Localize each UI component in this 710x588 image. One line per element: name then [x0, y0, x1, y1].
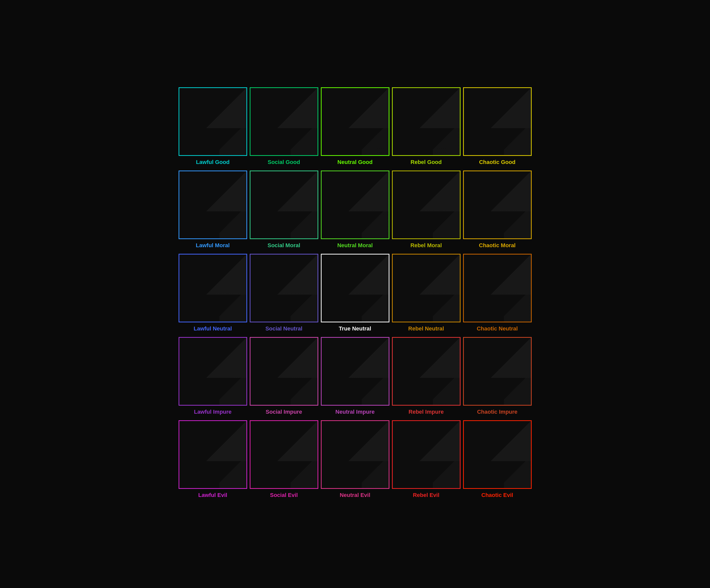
alignment-grid: Lawful GoodSocial GoodNeutral GoodRebel … [179, 87, 532, 501]
label-social-good: Social Good [268, 158, 300, 168]
label-social-evil: Social Evil [270, 491, 298, 501]
label-lawful-good: Lawful Good [196, 158, 230, 168]
label-neutral-good: Neutral Good [337, 158, 373, 168]
label-neutral-impure: Neutral Impure [335, 408, 375, 418]
label-social-moral: Social Moral [268, 241, 300, 251]
label-neutral-evil: Neutral Evil [340, 491, 370, 501]
label-lawful-evil: Lawful Evil [198, 491, 227, 501]
box-neutral-moral [321, 170, 389, 239]
box-social-moral [250, 170, 318, 239]
box-true-neutral [321, 254, 389, 322]
cell-social-neutral: Social Neutral [250, 254, 318, 334]
cell-lawful-moral: Lawful Moral [179, 170, 247, 251]
label-chaotic-impure: Chaotic Impure [477, 408, 517, 418]
box-lawful-neutral [179, 254, 247, 322]
box-chaotic-evil [463, 420, 532, 489]
box-rebel-impure [392, 337, 460, 406]
cell-social-impure: Social Impure [250, 337, 318, 418]
label-chaotic-good: Chaotic Good [479, 158, 515, 168]
label-social-impure: Social Impure [266, 408, 302, 418]
box-chaotic-moral [463, 170, 532, 239]
box-social-neutral [250, 254, 318, 322]
box-chaotic-impure [463, 337, 532, 406]
cell-rebel-neutral: Rebel Neutral [392, 254, 460, 334]
box-neutral-evil [321, 420, 389, 489]
label-chaotic-neutral: Chaotic Neutral [477, 324, 518, 334]
box-social-evil [250, 420, 318, 489]
box-neutral-good [321, 87, 389, 156]
box-lawful-good [179, 87, 247, 156]
box-social-good [250, 87, 318, 156]
cell-true-neutral: True Neutral [321, 254, 389, 334]
box-rebel-evil [392, 420, 460, 489]
label-rebel-neutral: Rebel Neutral [408, 324, 444, 334]
box-rebel-good [392, 87, 460, 156]
label-chaotic-moral: Chaotic Moral [479, 241, 516, 251]
cell-chaotic-good: Chaotic Good [463, 87, 532, 168]
cell-rebel-evil: Rebel Evil [392, 420, 460, 501]
label-lawful-neutral: Lawful Neutral [194, 324, 232, 334]
cell-lawful-good: Lawful Good [179, 87, 247, 168]
box-lawful-impure [179, 337, 247, 406]
label-neutral-moral: Neutral Moral [337, 241, 373, 251]
box-rebel-moral [392, 170, 460, 239]
cell-lawful-neutral: Lawful Neutral [179, 254, 247, 334]
cell-lawful-evil: Lawful Evil [179, 420, 247, 501]
label-true-neutral: True Neutral [339, 324, 371, 334]
box-lawful-evil [179, 420, 247, 489]
label-lawful-moral: Lawful Moral [196, 241, 230, 251]
label-rebel-good: Rebel Good [410, 158, 442, 168]
cell-chaotic-neutral: Chaotic Neutral [463, 254, 532, 334]
label-rebel-evil: Rebel Evil [413, 491, 440, 501]
label-rebel-impure: Rebel Impure [409, 408, 444, 418]
cell-social-good: Social Good [250, 87, 318, 168]
label-social-neutral: Social Neutral [265, 324, 302, 334]
cell-neutral-moral: Neutral Moral [321, 170, 389, 251]
cell-rebel-moral: Rebel Moral [392, 170, 460, 251]
label-lawful-impure: Lawful Impure [194, 408, 232, 418]
cell-chaotic-evil: Chaotic Evil [463, 420, 532, 501]
box-chaotic-good [463, 87, 532, 156]
cell-social-evil: Social Evil [250, 420, 318, 501]
cell-rebel-impure: Rebel Impure [392, 337, 460, 418]
cell-neutral-evil: Neutral Evil [321, 420, 389, 501]
label-rebel-moral: Rebel Moral [410, 241, 442, 251]
box-neutral-impure [321, 337, 389, 406]
label-chaotic-evil: Chaotic Evil [481, 491, 513, 501]
cell-chaotic-moral: Chaotic Moral [463, 170, 532, 251]
cell-neutral-impure: Neutral Impure [321, 337, 389, 418]
box-social-impure [250, 337, 318, 406]
cell-chaotic-impure: Chaotic Impure [463, 337, 532, 418]
cell-neutral-good: Neutral Good [321, 87, 389, 168]
box-lawful-moral [179, 170, 247, 239]
box-chaotic-neutral [463, 254, 532, 322]
cell-lawful-impure: Lawful Impure [179, 337, 247, 418]
box-rebel-neutral [392, 254, 460, 322]
cell-social-moral: Social Moral [250, 170, 318, 251]
cell-rebel-good: Rebel Good [392, 87, 460, 168]
